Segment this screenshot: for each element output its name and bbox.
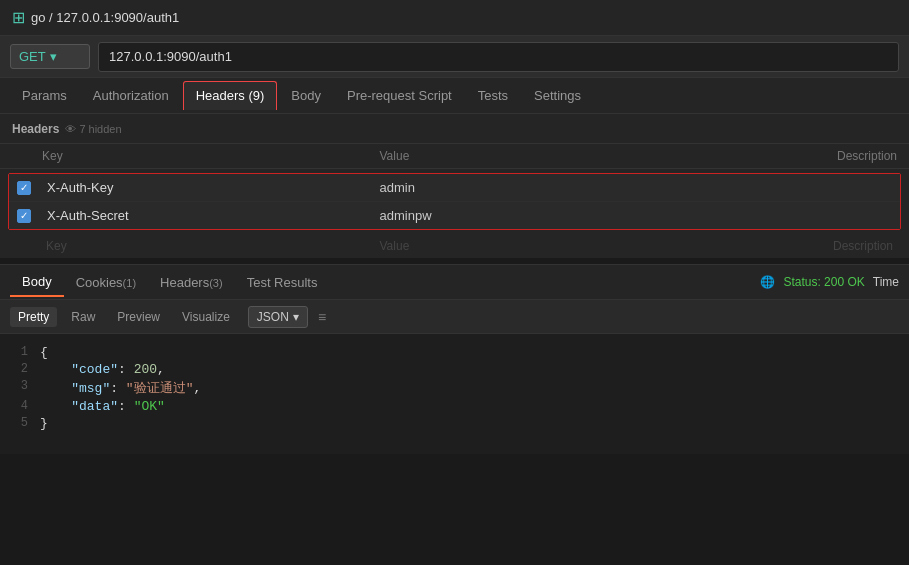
response-body-code: 1 { 2 "code": 200, 3 "msg": "验证通过", 4 "d… bbox=[0, 334, 909, 454]
empty-value-placeholder[interactable]: Value bbox=[380, 239, 714, 253]
code-content: "data": "OK" bbox=[40, 399, 165, 414]
eye-icon: 👁 bbox=[65, 123, 76, 135]
row2-key[interactable]: X-Auth-Secret bbox=[47, 208, 380, 223]
headers-table-body: X-Auth-Key admin X-Auth-Secret adminpw bbox=[8, 173, 901, 230]
response-tab-body[interactable]: Body bbox=[10, 268, 64, 297]
tab-headers[interactable]: Headers (9) bbox=[183, 81, 278, 110]
code-line-5: 5 } bbox=[0, 415, 909, 432]
row1-checkbox[interactable] bbox=[17, 181, 31, 195]
checkbox-cell-1[interactable] bbox=[17, 181, 47, 195]
code-line-1: 1 { bbox=[0, 344, 909, 361]
dropdown-chevron-icon: ▾ bbox=[293, 310, 299, 324]
table-row: X-Auth-Key admin bbox=[9, 174, 900, 202]
format-tab-preview[interactable]: Preview bbox=[109, 307, 168, 327]
empty-desc-placeholder: Description bbox=[713, 239, 893, 253]
response-tab-cookies[interactable]: Cookies(1) bbox=[64, 269, 148, 296]
json-format-dropdown[interactable]: JSON ▾ bbox=[248, 306, 308, 328]
checkbox-cell-2[interactable] bbox=[17, 209, 47, 223]
globe-icon: 🌐 bbox=[760, 275, 775, 289]
tab-body[interactable]: Body bbox=[279, 82, 333, 109]
code-content: "msg": "验证通过", bbox=[40, 379, 201, 397]
code-line-2: 2 "code": 200, bbox=[0, 361, 909, 378]
line-number: 3 bbox=[0, 379, 40, 397]
url-bar: GET ▾ bbox=[0, 36, 909, 78]
code-content: { bbox=[40, 345, 48, 360]
response-section: Body Cookies(1) Headers(3) Test Results … bbox=[0, 264, 909, 454]
format-tab-raw[interactable]: Raw bbox=[63, 307, 103, 327]
code-line-3: 3 "msg": "验证通过", bbox=[0, 378, 909, 398]
method-label: GET bbox=[19, 49, 46, 64]
line-number: 1 bbox=[0, 345, 40, 360]
header-key-col: Key bbox=[42, 149, 380, 163]
response-tabs-row: Body Cookies(1) Headers(3) Test Results … bbox=[0, 264, 909, 300]
code-line-4: 4 "data": "OK" bbox=[0, 398, 909, 415]
row1-value[interactable]: admin bbox=[380, 180, 713, 195]
response-status: 🌐 Status: 200 OK Time bbox=[760, 275, 899, 289]
code-content: } bbox=[40, 416, 48, 431]
line-number: 4 bbox=[0, 399, 40, 414]
code-content: "code": 200, bbox=[40, 362, 165, 377]
table-row: X-Auth-Secret adminpw bbox=[9, 202, 900, 229]
response-tab-test-results[interactable]: Test Results bbox=[235, 269, 330, 296]
header-checkbox-col bbox=[12, 149, 42, 163]
line-number: 5 bbox=[0, 416, 40, 431]
hidden-badge: 👁 7 hidden bbox=[65, 123, 121, 135]
line-number: 2 bbox=[0, 362, 40, 377]
response-time: Time bbox=[873, 275, 899, 289]
format-bar: Pretty Raw Preview Visualize JSON ▾ ≡ bbox=[0, 300, 909, 334]
tab-pre-request-script[interactable]: Pre-request Script bbox=[335, 82, 464, 109]
headers-section: Headers 👁 7 hidden Key Value Description… bbox=[0, 114, 909, 258]
filter-icon[interactable]: ≡ bbox=[318, 309, 326, 325]
format-tab-visualize[interactable]: Visualize bbox=[174, 307, 238, 327]
chevron-down-icon: ▾ bbox=[50, 49, 57, 64]
tab-settings[interactable]: Settings bbox=[522, 82, 593, 109]
request-tabs: Params Authorization Headers (9) Body Pr… bbox=[0, 78, 909, 114]
tab-authorization[interactable]: Authorization bbox=[81, 82, 181, 109]
method-dropdown[interactable]: GET ▾ bbox=[10, 44, 90, 69]
row2-value[interactable]: adminpw bbox=[380, 208, 713, 223]
headers-label-row: Headers 👁 7 hidden bbox=[0, 114, 909, 144]
header-value-col: Value bbox=[380, 149, 718, 163]
headers-table: Key Value Description X-Auth-Key admin X… bbox=[0, 144, 909, 258]
format-tab-pretty[interactable]: Pretty bbox=[10, 307, 57, 327]
breadcrumb: go / 127.0.0.1:9090/auth1 bbox=[31, 10, 179, 25]
row2-checkbox[interactable] bbox=[17, 209, 31, 223]
headers-label: Headers bbox=[12, 122, 59, 136]
app-icon: ⊞ bbox=[12, 8, 25, 27]
tab-params[interactable]: Params bbox=[10, 82, 79, 109]
tab-tests[interactable]: Tests bbox=[466, 82, 520, 109]
empty-key-placeholder[interactable]: Key bbox=[46, 239, 380, 253]
table-header: Key Value Description bbox=[0, 144, 909, 169]
status-text: Status: 200 OK bbox=[783, 275, 864, 289]
row1-key[interactable]: X-Auth-Key bbox=[47, 180, 380, 195]
url-input[interactable] bbox=[98, 42, 899, 72]
empty-row[interactable]: Key Value Description bbox=[8, 234, 901, 258]
header-description-col: Description bbox=[717, 149, 897, 163]
title-bar: ⊞ go / 127.0.0.1:9090/auth1 bbox=[0, 0, 909, 36]
response-tab-headers[interactable]: Headers(3) bbox=[148, 269, 235, 296]
